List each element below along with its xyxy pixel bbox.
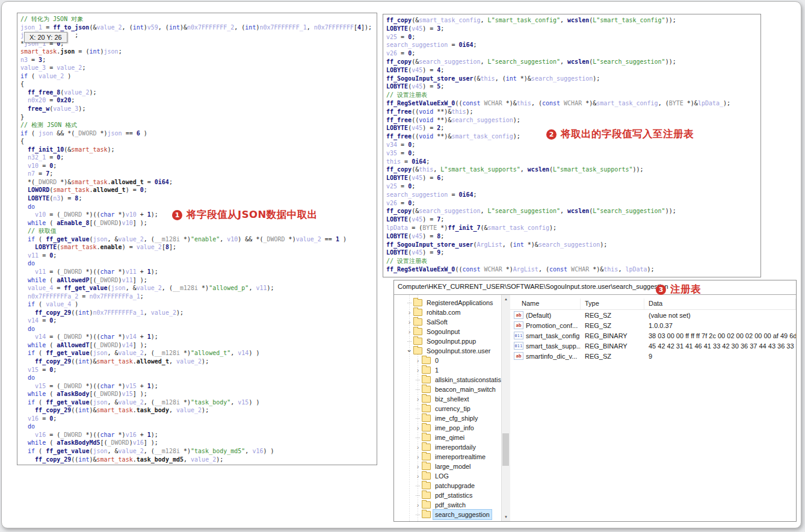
folder-icon — [422, 405, 431, 412]
folder-icon — [413, 318, 422, 326]
chevron-right-icon[interactable]: › — [414, 424, 422, 431]
registry-tree-item-SogouInput.store.user[interactable]: ›SogouInput.store.user — [394, 346, 501, 356]
value-data: 45 42 42 31 41 46 41 33 42 30 36 37 44 4… — [644, 342, 796, 350]
registry-value-row[interactable]: absmartinfo_dic_v...REG_SZ9 — [510, 351, 796, 361]
registry-tree-item-ime_pop_info[interactable]: ›ime_pop_info — [394, 423, 501, 433]
chevron-right-icon[interactable]: › — [406, 318, 413, 326]
registry-tree-item-large_model[interactable]: ›large_model — [394, 462, 501, 471]
folder-icon — [422, 386, 431, 393]
code-line: // 检测 JSON 格式 — [20, 121, 377, 129]
step-2-badge: 2 — [546, 129, 557, 140]
column-header-type[interactable]: Type — [581, 298, 644, 309]
chevron-right-icon[interactable]: › — [414, 472, 422, 480]
chevron-right-icon[interactable]: › — [414, 444, 422, 451]
chevron-right-icon[interactable]: › — [406, 309, 413, 316]
code-line: // 转化为 JSON 对象 — [20, 15, 377, 23]
chevron-down-icon[interactable]: › — [406, 347, 413, 355]
code-line: v14 = 0; — [20, 317, 377, 325]
tree-item-label: rohitab.com — [425, 308, 462, 317]
registry-tree-item-pdf_statistics[interactable]: pdf_statistics — [394, 490, 501, 500]
registry-tree-item-LOG[interactable]: ›LOG — [394, 471, 501, 481]
code-line: LOWORD(smart_task.allowed_t) = 0; — [20, 186, 377, 194]
value-data: 38 03 00 00 ff ff ff 7f 2c 00 02 00 02 0… — [644, 332, 796, 339]
scrollbar-thumb[interactable] — [502, 433, 509, 466]
registry-tree-item-1[interactable]: ›1 — [394, 365, 501, 375]
tree-item-label: large_model — [433, 462, 472, 471]
chevron-right-icon[interactable]: › — [406, 328, 413, 335]
scroll-up-icon[interactable]: ▲ — [502, 295, 510, 303]
code-line: v15 = 0; — [20, 366, 377, 374]
registry-tree-item-imereportdaily[interactable]: ›imereportdaily — [394, 442, 501, 452]
code-line: ff_free((void **)&this); — [386, 108, 760, 116]
tree-dash — [414, 492, 422, 499]
step-2-text: 将取出的字段值写入至注册表 — [561, 128, 694, 141]
chevron-right-icon[interactable]: › — [414, 463, 422, 470]
registry-tree-item-rohitab.com[interactable]: ›rohitab.com — [394, 308, 501, 317]
registry-values-list: Name Type Data ab(Default)REG_SZ(value n… — [510, 295, 796, 521]
tree-item-label: pdf_statistics — [433, 490, 474, 500]
tree-dash — [414, 405, 422, 412]
folder-icon — [422, 453, 431, 460]
registry-tree-item-SogouInput[interactable]: ›SogouInput — [394, 327, 501, 336]
code-line: LOBYTE(v45) = 7; — [386, 215, 760, 224]
tree-scrollbar[interactable]: ▲ ▼ — [501, 295, 510, 521]
chevron-right-icon[interactable]: › — [414, 501, 422, 509]
code-line: ff_copy_29((int)&smart_task.task_body_md… — [20, 456, 377, 464]
scroll-down-icon[interactable]: ▼ — [502, 513, 510, 521]
chevron-right-icon[interactable]: › — [414, 395, 422, 403]
column-header-data[interactable]: Data — [644, 298, 796, 309]
value-type: REG_BINARY — [581, 332, 644, 339]
decompiler-panel-json-parse: // 转化为 JSON 对象json_1 = ff_to_json(&value… — [17, 13, 377, 465]
step-3-badge: 3 — [656, 285, 666, 295]
registry-address-bar[interactable]: Computer\HKEY_CURRENT_USER\SOFTWARE\Sogo… — [394, 280, 796, 295]
code-line: LOBYTE(v45) = 4; — [386, 66, 760, 75]
registry-value-row[interactable]: 011smart_task_configREG_BINARY38 03 00 0… — [510, 330, 796, 341]
registry-tree-item-RegisteredApplications[interactable]: RegisteredApplications — [394, 298, 501, 308]
registry-tree-item-ime_qimei[interactable]: ime_qimei — [394, 433, 501, 442]
values-header-row: Name Type Data — [510, 298, 796, 310]
code-line: v35 = 0; — [386, 149, 760, 158]
registry-tree-item-SalSoft[interactable]: ›SalSoft — [394, 317, 501, 327]
registry-value-row[interactable]: abPromotion_conf...REG_SZ1.0.0.37 — [510, 320, 796, 330]
tree-item-label: imereportrealtime — [433, 452, 487, 462]
registry-tree-item-SogouInput.ppup[interactable]: SogouInput.ppup — [394, 336, 501, 346]
registry-value-row[interactable]: 011smart_task_supp...REG_BINARY45 42 42 … — [510, 341, 796, 351]
code-line: v16 = (_DWORD *)((char *)v16 + 1); — [20, 431, 377, 439]
code-line: ff_SogouInput_store_user(ArgList, (int *… — [386, 241, 760, 249]
values-rows: ab(Default)REG_SZ(value not set)abPromot… — [510, 310, 796, 361]
tree-item-label: patchupgrade — [433, 481, 477, 490]
code-line: n0x7FFFFFFFa_2 = n0x7FFFFFFFa_1; — [20, 292, 377, 301]
registry-tree-item-beacon_main_switch[interactable]: beacon_main_switch — [394, 385, 501, 394]
code-line: v26 = 0; — [386, 199, 760, 208]
code-line: LOBYTE(n3) = 8; — [20, 194, 377, 203]
code-line: search_suggestion = 0i64; — [386, 41, 760, 49]
tree-item-label: SalSoft — [425, 317, 449, 327]
registry-tree-item-allskin_statusiconstatis[interactable]: allskin_statusiconstatis — [394, 375, 501, 385]
registry-tree-item-pdf_switch[interactable]: ›pdf_switch — [394, 500, 501, 510]
code-line: ff_copy(&this, L"smart_task_supports", w… — [386, 165, 760, 174]
registry-tree-item-patchupgrade[interactable]: patchupgrade — [394, 481, 501, 490]
tree-item-label: RegisteredApplications — [425, 298, 495, 308]
code-line: if ( ff_get_value(json, &value_2, (__m12… — [20, 398, 377, 407]
value-data: 9 — [644, 353, 796, 360]
registry-tree-item-currency_tip[interactable]: currency_tip — [394, 404, 501, 413]
registry-tree-item-0[interactable]: ›0 — [394, 356, 501, 365]
chevron-right-icon[interactable]: › — [414, 367, 422, 374]
annotation-step-2: 2 将取出的字段值写入至注册表 — [546, 128, 694, 141]
registry-tree-item-search_suggestion[interactable]: search_suggestion — [394, 510, 501, 519]
tree-dash — [406, 338, 413, 345]
registry-value-row[interactable]: ab(Default)REG_SZ(value not set) — [510, 310, 796, 320]
folder-icon — [413, 338, 422, 345]
value-name: smart_task_config — [526, 332, 579, 339]
folder-icon — [422, 434, 431, 441]
code-line: while ( aAllowedP[(_DWORD)v11] ); — [20, 276, 377, 285]
registry-tree-item-imereportrealtime[interactable]: ›imereportrealtime — [394, 452, 501, 462]
column-header-name[interactable]: Name — [510, 298, 581, 309]
step-1-badge: 1 — [172, 210, 182, 220]
registry-tree-item-biz_shellext[interactable]: ›biz_shellext — [394, 394, 501, 404]
code-line: // 获取值 — [20, 227, 377, 235]
chevron-right-icon[interactable]: › — [414, 357, 422, 364]
registry-tree-item-ime_cfg_shiply[interactable]: ime_cfg_shiply — [394, 413, 501, 423]
code-line: *json_1 = 0; — [20, 40, 377, 48]
chevron-right-icon[interactable]: › — [414, 453, 422, 460]
